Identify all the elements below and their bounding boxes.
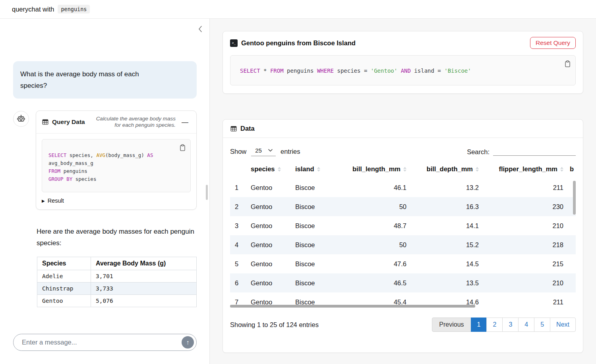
dataset-name-chip: penguins	[58, 5, 90, 14]
sort-icon	[278, 167, 281, 172]
sql-query-text: SELECT species, AVG(body_mass_g) ASavg_b…	[48, 151, 184, 183]
previous-page-button[interactable]: Previous	[432, 318, 471, 332]
table-header-row: species island bill_length_mm bill_depth…	[230, 160, 576, 178]
page-button-3[interactable]: 3	[502, 318, 519, 332]
penguins-data-table: species island bill_length_mm bill_depth…	[230, 160, 576, 310]
terminal-icon: >_	[230, 39, 238, 47]
copy-icon[interactable]	[563, 59, 572, 68]
chat-sidebar: What is the average body mass of each sp…	[0, 19, 210, 364]
query-card-header: >_ Gentoo penguins from Biscoe Island Re…	[223, 31, 583, 54]
table-row: Adelie 3,701	[37, 270, 197, 283]
mass-cell: 3,733	[91, 283, 197, 295]
table-icon	[230, 125, 237, 132]
querychat-window: querychat with penguins ✕ What is the av…	[0, 0, 596, 364]
column-header-species[interactable]: species	[248, 160, 292, 178]
data-panel: >_ Gentoo penguins from Biscoe Island Re…	[210, 19, 596, 364]
title-bar: querychat with penguins	[0, 0, 596, 19]
tool-call-card: Query Data Calculate the average body ma…	[36, 110, 197, 210]
collapse-minus-icon[interactable]: —	[179, 118, 191, 126]
chat-composer: ↑	[13, 334, 197, 351]
chevron-down-icon	[268, 149, 273, 152]
mass-cell: 5,076	[91, 295, 197, 307]
query-card: >_ Gentoo penguins from Biscoe Island Re…	[223, 31, 583, 94]
column-header-flipper-length[interactable]: flipper_length_mm	[482, 160, 567, 178]
table-row: Chinstrap 3,733	[37, 283, 197, 295]
sidebar-collapse-icon[interactable]	[197, 24, 204, 34]
sort-icon	[317, 167, 320, 172]
tool-card-title: Query Data	[52, 118, 85, 126]
data-card: Data Show 25 entries Search:	[223, 119, 583, 353]
table-row: 2GentooBiscoe5016.3230	[230, 197, 576, 216]
pagination: Previous 1 2 3 4 5 Next	[432, 318, 576, 332]
column-header-mass: Average Body Mass (g)	[91, 257, 197, 270]
table-row: 1GentooBiscoe46.113.2211	[230, 178, 576, 197]
table-row: 6GentooBiscoe46.513.5210	[230, 273, 576, 292]
chat-scrollbar[interactable]	[206, 185, 208, 200]
sort-icon	[560, 167, 563, 172]
species-cell: Adelie	[37, 270, 91, 283]
page-length-select[interactable]: 25	[251, 147, 276, 156]
search-input[interactable]	[493, 147, 576, 156]
send-button[interactable]: ↑	[182, 336, 194, 349]
mass-cell: 3,701	[91, 270, 197, 283]
table-icon	[42, 118, 49, 126]
datatable-controls: Show 25 entries Search:	[223, 138, 583, 158]
data-table-wrapper: species island bill_length_mm bill_depth…	[230, 160, 576, 310]
page-title: querychat with penguins	[12, 5, 90, 14]
show-label: Show	[230, 148, 246, 155]
sql-code-block: SELECT species, AVG(body_mass_g) ASavg_b…	[42, 139, 191, 192]
column-header-bill-depth[interactable]: bill_depth_mm	[410, 160, 482, 178]
tool-card-body: SELECT species, AVG(body_mass_g) ASavg_b…	[36, 134, 196, 209]
search-control: Search:	[467, 147, 576, 156]
species-cell: Chinstrap	[37, 283, 91, 295]
assistant-answer-text: Here are the average body masses for eac…	[37, 226, 196, 249]
tool-request-text: Calculate the average body mass for each…	[90, 116, 176, 128]
search-label: Search:	[467, 148, 490, 156]
entries-label: entries	[281, 148, 300, 155]
page-length-control: Show 25 entries	[230, 147, 300, 156]
sort-icon	[403, 167, 406, 172]
datatable-footer: Showing 1 to 25 of 124 entries Previous …	[223, 310, 583, 332]
arrow-up-icon: ↑	[186, 339, 190, 346]
message-input[interactable]	[21, 338, 182, 347]
species-cell: Gentoo	[37, 295, 91, 307]
next-page-button[interactable]: Next	[550, 318, 576, 332]
robot-icon	[16, 114, 26, 124]
vertical-scrollbar[interactable]	[573, 181, 576, 215]
page-length-value: 25	[255, 147, 262, 154]
column-header-species: Species	[37, 257, 91, 270]
page-button-1[interactable]: 1	[471, 318, 487, 332]
data-card-title: Data	[240, 125, 255, 132]
user-message-text: What is the average body mass of each sp…	[20, 68, 160, 91]
column-header-island[interactable]: island	[292, 160, 333, 178]
page-button-4[interactable]: 4	[518, 318, 534, 332]
query-title: Gentoo penguins from Biscoe Island	[241, 39, 530, 47]
sort-icon	[476, 167, 479, 172]
sql-query-text: SELECT * FROM penguins WHERE species = '…	[240, 67, 566, 75]
entries-info: Showing 1 to 25 of 124 entries	[230, 321, 319, 329]
table-row: 7GentooBiscoe45.414.6211	[230, 292, 576, 310]
column-header-clipped[interactable]: b	[567, 160, 576, 178]
table-row: 5GentooBiscoe47.614.5215	[230, 254, 576, 273]
page-title-text: querychat with	[12, 6, 54, 13]
page-button-2[interactable]: 2	[486, 318, 503, 332]
caret-right-icon: ▶	[42, 199, 45, 203]
table-row: 4GentooBiscoe5015.2218	[230, 235, 576, 254]
user-message-bubble: What is the average body mass of each sp…	[13, 61, 197, 99]
bot-avatar	[13, 111, 29, 127]
result-toggle[interactable]: ▶ Result	[42, 197, 64, 204]
table-row: 3GentooBiscoe48.714.1210	[230, 216, 576, 235]
reset-query-button[interactable]: Reset Query	[530, 37, 576, 49]
copy-icon[interactable]	[178, 143, 187, 152]
answer-result-table: Species Average Body Mass (g) Adelie 3,7…	[37, 257, 197, 307]
tool-card-header: Query Data Calculate the average body ma…	[36, 111, 196, 134]
page-button-5[interactable]: 5	[534, 318, 550, 332]
row-index-header	[230, 160, 248, 178]
table-row: Gentoo 5,076	[37, 295, 197, 307]
horizontal-scrollbar[interactable]	[230, 305, 475, 308]
data-card-header: Data	[223, 120, 583, 138]
sql-code-block: SELECT * FROM penguins WHERE species = '…	[230, 55, 576, 85]
result-toggle-label: Result	[48, 197, 64, 204]
column-header-bill-length[interactable]: bill_length_mm	[333, 160, 410, 178]
